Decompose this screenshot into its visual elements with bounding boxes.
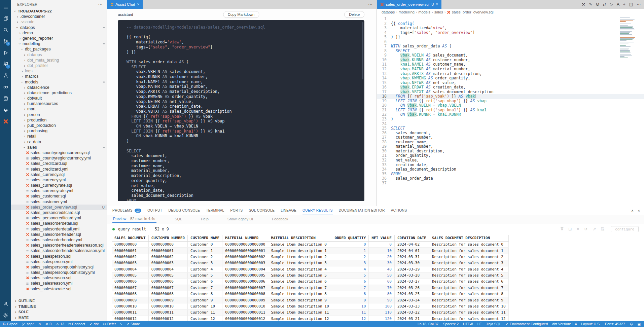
tree-item-sales-personcreditcard-yml[interactable]: ≣sales_personcreditcard.yml	[11, 215, 107, 221]
tree-item-sales-currencyrate-yml[interactable]: ≣sales_currencyrate.yml	[11, 188, 107, 193]
tree-item-logs[interactable]: ›logs	[11, 68, 107, 74]
table-row[interactable]: 00000000110000000011Customer 11000000000…	[112, 310, 508, 316]
breadcrumb-item[interactable]: sales_order_overview.sql	[452, 10, 494, 14]
status-bell[interactable]	[630, 322, 633, 326]
dbt-build-icon[interactable]: ⚒	[581, 2, 585, 7]
tree-item-sales-personcreditcard-sql[interactable]: sales_personcreditcard.sql	[11, 210, 107, 215]
tree-item-sales-currency-yml[interactable]: ≣sales_currency.yml	[11, 177, 107, 183]
panel-tab-sql-console[interactable]: SQL CONSOLE	[249, 206, 275, 215]
tree-item-sales-salesreason-yml[interactable]: ≣sales_salesreason.yml	[11, 281, 107, 286]
tree-item-sales-salesreason-sql[interactable]: sales_salesreason.sql	[11, 275, 107, 281]
pin-icon[interactable]: ⌖	[623, 2, 625, 7]
chat-bar-more-icon[interactable]: ⋯	[368, 2, 372, 7]
status-error[interactable]: ⊗0	[45, 322, 51, 326]
run-debug-icon[interactable]	[0, 47, 11, 59]
column-header[interactable]: MATERIAL_NUMBER	[222, 235, 268, 242]
status-layout-u-s-[interactable]: Layout: U.S.	[581, 322, 601, 326]
status-gitpod[interactable]: GGitpod	[3, 322, 17, 326]
breadcrumb-item[interactable]: models	[419, 10, 430, 14]
split-editor-icon[interactable]: ◫	[629, 2, 633, 7]
column-header[interactable]: MATERIAL_DESCRIPTION	[268, 235, 332, 242]
tree-item-sales-salesorderheader-yml[interactable]: ≣sales_salesorderheader.yml	[11, 237, 107, 243]
tree-item-dbt-meta-testing[interactable]: ›dbt_meta_testing	[11, 58, 107, 63]
tree-item-humanresources[interactable]: ›humanresources	[11, 101, 107, 106]
panel-maximize-icon[interactable]: ∧	[631, 209, 634, 213]
panel-tab-actions[interactable]: ACTIONS	[391, 206, 407, 215]
tree-item-rx-data[interactable]: ›rx_data	[11, 139, 107, 145]
tree-item-sales-currencyrate-sql[interactable]: sales_currencyrate.sql	[11, 183, 107, 188]
refresh-icon[interactable]: ↺	[584, 227, 587, 231]
edit-icon[interactable]: ✎	[589, 2, 592, 7]
tree-item-sales-salesperson-sql[interactable]: sales_salesperson.sql	[11, 253, 107, 259]
source-control-icon[interactable]: 2	[0, 36, 11, 47]
panel-tab-terminal[interactable]: TERMINAL	[206, 206, 224, 215]
tree-item-sales-creditcard-yml[interactable]: ≣sales_creditcard.yml	[11, 166, 107, 172]
table-row[interactable]: 00000000070000000007Customer 70000000000…	[112, 285, 508, 291]
tree-item-sales-salespersonquotahistory-sql[interactable]: sales_salespersonquotahistory.sql	[11, 264, 107, 270]
tree-item-models[interactable]: ›models	[11, 79, 107, 84]
sidebar-section-timeline[interactable]: ›TIMELINE	[11, 304, 107, 310]
table-row[interactable]: 00000000020000000002Customer 20000000000…	[112, 254, 508, 260]
tree-item-person[interactable]: ›person	[11, 112, 107, 117]
accessibility-icon[interactable]: A	[617, 2, 619, 7]
column-header[interactable]: SALES_DOCUMENT	[112, 235, 148, 242]
menu-icon[interactable]	[0, 1, 11, 13]
breadcrumb-item[interactable]: sales	[434, 10, 443, 14]
tree-item-dbt-profiler[interactable]: ›dbt_profiler	[11, 63, 107, 68]
status-spaces-2[interactable]: Spaces: 2	[443, 322, 459, 326]
lock-icon[interactable]: ⊡	[568, 227, 572, 231]
tree-item--devcontainer[interactable]: ›.devcontainer	[11, 14, 107, 19]
run-icon[interactable]: ▷	[610, 2, 613, 7]
explorer-icon[interactable]	[0, 13, 11, 24]
sidebar-section-mate[interactable]: ›MATE	[11, 315, 107, 321]
status-ln-18-col-37[interactable]: Ln 18, Col 37	[418, 322, 438, 326]
tree-item-sales-salespersonquotahistory-yml[interactable]: ≣sales_salespersonquotahistory.yml	[11, 270, 107, 275]
tree-item-sales-salesorderdetail-sql[interactable]: sales_salesorderdetail.sql	[11, 221, 107, 226]
toolbar-item-help[interactable]: Help	[201, 217, 209, 223]
tree-item-sales-salesorderheadersalesreason-sql[interactable]: sales_salesorderheadersalesreason.sql	[11, 243, 107, 248]
tree-item-modelling[interactable]: ›modelling	[11, 41, 107, 46]
toolbar-item-sql[interactable]: SQL	[175, 217, 182, 223]
panel-tab-problems[interactable]: PROBLEMS13	[112, 206, 141, 215]
column-header[interactable]: CUSTOMER_NAME	[188, 235, 222, 242]
links-icon[interactable]	[0, 81, 11, 93]
column-header[interactable]: ORDER_QUANTITY	[332, 235, 369, 242]
tree-item-sales-salesorderheader-sql[interactable]: sales_salesorderheader.sql	[11, 232, 107, 237]
status-check[interactable]: ✓dbt	[90, 322, 99, 326]
tree-item-dbtvault[interactable]: ›dbtvault	[11, 96, 107, 101]
copy-icon[interactable]: ⎘	[601, 227, 604, 231]
status-defer[interactable]: ∅Defer	[103, 322, 116, 326]
tree-item-macros[interactable]: ›macros	[11, 74, 107, 79]
panel-close-icon[interactable]: ×	[638, 209, 640, 213]
tree-item-retail[interactable]: ›retail	[11, 134, 107, 139]
tree-item-sales-currency-sql[interactable]: sales_currency.sql	[11, 172, 107, 177]
tree-item-sales-salesperson-yml[interactable]: ≣sales_salesperson.yml	[11, 259, 107, 264]
filter-icon[interactable]: ∇	[561, 227, 563, 231]
column-header[interactable]: SALES_DOCUMENT_DESCRIPTION	[429, 235, 508, 242]
settings-icon[interactable]	[0, 310, 11, 321]
tree-item-purchasing[interactable]: ›purchasing	[11, 128, 107, 134]
status-remote-box[interactable]: □Connect	[69, 322, 85, 326]
dbt-icon[interactable]	[0, 116, 11, 127]
tree-item--vscode[interactable]: ›.vscode	[11, 19, 107, 25]
status-layout[interactable]: ▣	[638, 322, 641, 326]
copy-markdown-button[interactable]: Copy Markdown	[223, 11, 259, 18]
tab-assist-chat[interactable]: ≣ Assist Chat ×	[107, 0, 143, 9]
close-icon[interactable]: ×	[577, 227, 579, 231]
tree-item-sales-countryregioncurrency-yml[interactable]: ≣sales_countryregioncurrency.yml	[11, 155, 107, 161]
column-header[interactable]: CUSTOMER_NUMBER	[148, 235, 187, 242]
panel-tab-debug-console[interactable]: DEBUG CONSOLE	[168, 206, 200, 215]
toolbar-item-feedback[interactable]: Feedback	[272, 217, 288, 223]
table-row[interactable]: 00000000100000000010Customer 10000000000…	[112, 303, 508, 309]
table-row[interactable]: 00000000090000000009Customer 90000000000…	[112, 297, 508, 303]
tree-item-demo[interactable]: ›demo	[11, 30, 107, 36]
status-dbt-version-1-4[interactable]: dbt Version: 1.4	[552, 322, 577, 326]
explorer-more-icon[interactable]: ⋯	[98, 2, 103, 7]
database-icon[interactable]	[0, 93, 11, 104]
status-bolt[interactable]: ϟ	[120, 322, 122, 326]
chat-tab-close-icon[interactable]: ×	[137, 2, 139, 7]
tree-item-sales-creditcard-sql[interactable]: sales_creditcard.sql	[11, 161, 107, 166]
sidebar-section-sole[interactable]: ›SOLE	[11, 309, 107, 315]
configure-button[interactable]: configure	[611, 226, 639, 232]
tree-item-dbt-packages[interactable]: ›dbt_packages	[11, 46, 107, 52]
